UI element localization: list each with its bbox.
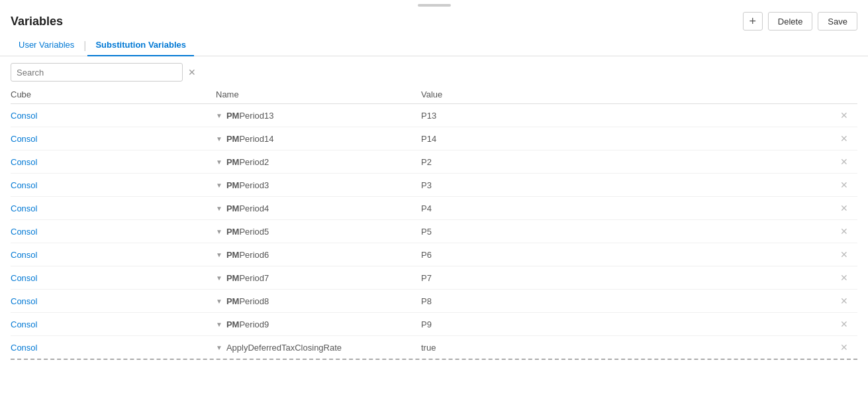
name-text: PMPeriod3 <box>226 180 269 190</box>
tab-divider: | <box>83 40 86 51</box>
cell-name: ▼PMPeriod4 <box>216 203 421 213</box>
dropdown-arrow-icon[interactable]: ▼ <box>216 158 222 166</box>
cell-value: P9 <box>421 319 831 329</box>
col-header-value: Value <box>421 89 831 99</box>
header-buttons: + Delete Save <box>743 12 857 30</box>
table-row: Consol▼PMPeriod5P5✕ <box>11 220 857 243</box>
cell-cube[interactable]: Consol <box>11 180 216 190</box>
dropdown-arrow-icon[interactable]: ▼ <box>216 298 222 305</box>
cell-value: P4 <box>421 203 831 213</box>
tabs: User Variables | Substitution Variables <box>0 36 868 56</box>
table-row: Consol▼PMPeriod2P2✕ <box>11 150 857 174</box>
cell-action: ✕ <box>831 272 857 283</box>
cell-action: ✕ <box>831 133 857 144</box>
clear-search-button[interactable]: ✕ <box>187 67 197 78</box>
search-input[interactable] <box>11 63 183 82</box>
remove-row-button[interactable]: ✕ <box>840 110 848 121</box>
save-button[interactable]: Save <box>818 12 857 30</box>
table-row: Consol▼PMPeriod4P4✕ <box>11 197 857 220</box>
cell-cube[interactable]: Consol <box>11 273 216 283</box>
remove-row-button[interactable]: ✕ <box>840 249 848 260</box>
name-text: PMPeriod5 <box>226 227 269 237</box>
col-header-name: Name <box>216 89 421 99</box>
remove-row-button[interactable]: ✕ <box>840 319 848 329</box>
cell-action: ✕ <box>831 319 857 329</box>
dropdown-arrow-icon[interactable]: ▼ <box>216 112 222 119</box>
drag-handle <box>0 0 868 9</box>
cell-value: P3 <box>421 180 831 190</box>
remove-row-button[interactable]: ✕ <box>840 296 848 306</box>
cell-action: ✕ <box>831 342 857 353</box>
cell-value: P5 <box>421 227 831 237</box>
cell-cube[interactable]: Consol <box>11 157 216 167</box>
dropdown-arrow-icon[interactable]: ▼ <box>216 228 222 235</box>
cell-cube[interactable]: Consol <box>11 134 216 144</box>
name-text: PMPeriod9 <box>226 319 269 329</box>
page-title: Variables <box>11 15 63 29</box>
cell-name: ▼PMPeriod14 <box>216 134 421 144</box>
name-text: PMPeriod2 <box>226 157 269 167</box>
cell-name: ▼PMPeriod5 <box>216 227 421 237</box>
name-text: PMPeriod13 <box>226 111 274 121</box>
cell-name: ▼PMPeriod2 <box>216 157 421 167</box>
header: Variables + Delete Save <box>0 9 868 36</box>
add-button[interactable]: + <box>743 12 763 30</box>
table-row: Consol▼ApplyDeferredTaxClosingRatetrue✕ <box>11 336 857 360</box>
table-row: Consol▼PMPeriod13P13✕ <box>11 104 857 127</box>
remove-row-button[interactable]: ✕ <box>840 156 848 167</box>
page-container: Variables + Delete Save User Variables |… <box>0 0 868 401</box>
dropdown-arrow-icon[interactable]: ▼ <box>216 182 222 189</box>
name-text: PMPeriod8 <box>226 296 269 306</box>
table-body: Consol▼PMPeriod13P13✕Consol▼PMPeriod14P1… <box>11 104 857 401</box>
cell-name: ▼PMPeriod3 <box>216 180 421 190</box>
table-row: Consol▼PMPeriod3P3✕ <box>11 174 857 197</box>
remove-row-button[interactable]: ✕ <box>840 133 848 144</box>
table-row: Consol▼PMPeriod6P6✕ <box>11 243 857 266</box>
drag-bar <box>418 4 451 7</box>
table-row: Consol▼PMPeriod7P7✕ <box>11 266 857 290</box>
cell-value: P13 <box>421 111 831 121</box>
cell-name: ▼ApplyDeferredTaxClosingRate <box>216 343 421 353</box>
cell-value: P7 <box>421 273 831 283</box>
name-text: PMPeriod14 <box>226 134 274 144</box>
dropdown-arrow-icon[interactable]: ▼ <box>216 251 222 258</box>
dropdown-arrow-icon[interactable]: ▼ <box>216 344 222 351</box>
cell-action: ✕ <box>831 156 857 167</box>
tab-user-variables[interactable]: User Variables <box>11 36 82 56</box>
dropdown-arrow-icon[interactable]: ▼ <box>216 274 222 282</box>
cell-cube[interactable]: Consol <box>11 343 216 353</box>
cell-action: ✕ <box>831 296 857 306</box>
cell-action: ✕ <box>831 203 857 213</box>
remove-row-button[interactable]: ✕ <box>840 226 848 237</box>
dropdown-arrow-icon[interactable]: ▼ <box>216 205 222 212</box>
cell-cube[interactable]: Consol <box>11 203 216 213</box>
dropdown-arrow-icon[interactable]: ▼ <box>216 135 222 143</box>
cell-cube[interactable]: Consol <box>11 111 216 121</box>
cell-value: P2 <box>421 157 831 167</box>
cell-cube[interactable]: Consol <box>11 296 216 306</box>
name-text: PMPeriod6 <box>226 250 269 260</box>
cell-cube[interactable]: Consol <box>11 227 216 237</box>
cell-value: P14 <box>421 134 831 144</box>
cell-value: true <box>421 343 831 353</box>
cell-action: ✕ <box>831 249 857 260</box>
table-row: Consol▼PMPeriod8P8✕ <box>11 290 857 313</box>
delete-button[interactable]: Delete <box>768 12 813 30</box>
remove-row-button[interactable]: ✕ <box>840 342 848 353</box>
remove-row-button[interactable]: ✕ <box>840 203 848 213</box>
cell-name: ▼PMPeriod8 <box>216 296 421 306</box>
table-row: Consol▼PMPeriod14P14✕ <box>11 127 857 150</box>
cell-cube[interactable]: Consol <box>11 250 216 260</box>
cell-cube[interactable]: Consol <box>11 319 216 329</box>
remove-row-button[interactable]: ✕ <box>840 272 848 283</box>
cell-name: ▼PMPeriod9 <box>216 319 421 329</box>
remove-row-button[interactable]: ✕ <box>840 180 848 190</box>
cell-name: ▼PMPeriod6 <box>216 250 421 260</box>
table-row: Consol▼PMPeriod9P9✕ <box>11 313 857 336</box>
cell-name: ▼PMPeriod7 <box>216 273 421 283</box>
col-header-cube: Cube <box>11 89 216 99</box>
name-text: ApplyDeferredTaxClosingRate <box>226 343 342 353</box>
table-header: Cube Name Value <box>11 86 857 104</box>
dropdown-arrow-icon[interactable]: ▼ <box>216 321 222 328</box>
tab-substitution-variables[interactable]: Substitution Variables <box>87 36 194 56</box>
